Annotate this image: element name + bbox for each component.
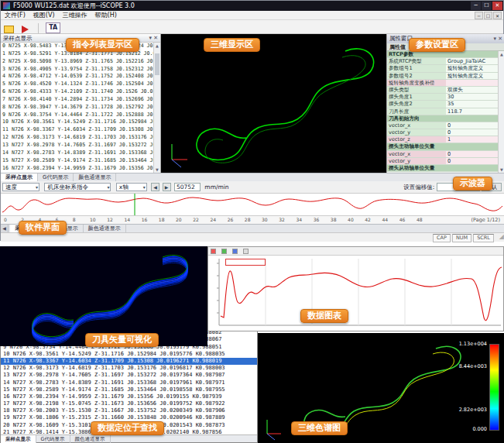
property-value[interactable]: Group_JiaTaiAC [446, 58, 498, 64]
chart-tool-icon[interactable] [232, 249, 238, 254]
property-row[interactable]: RTCP参数 [387, 51, 498, 58]
ta-tool-button[interactable]: TA [46, 22, 60, 33]
minimize-button[interactable]: ─ [471, 2, 481, 10]
scroll-up-icon[interactable]: ▲ [499, 52, 504, 57]
scroll-thumb[interactable] [155, 53, 159, 75]
property-row[interactable]: vector_z1 [387, 136, 498, 143]
property-value[interactable]: 35 [446, 101, 498, 107]
open-file-icon[interactable] [4, 26, 14, 33]
data-row[interactable]: 17 N727 X-98.2198 Y-15.0745 Z-31.1673 J0… [1, 400, 257, 407]
data-row[interactable]: 16 N727 X-98.2394 Y-14.9959 Z-31.1679 J0… [1, 393, 257, 400]
property-value[interactable]: 旋转轴角度定义 [446, 73, 498, 79]
scroll-down-icon[interactable]: ▼ [154, 167, 160, 172]
view3d-viewport[interactable] [161, 34, 386, 173]
data-row[interactable]: 10 N726 X-98.3561 Y-14.5249 Z-31.1716 J0… [1, 351, 257, 358]
menu-item[interactable]: 帮助(H) [91, 11, 121, 20]
property-row[interactable]: vector_x0 [387, 122, 498, 129]
property-value[interactable]: 118.7 [446, 108, 498, 115]
sample-point-row[interactable]: 11 N726 X-98.3367 Y-14.6034 Z-31.1709 J0… [1, 126, 153, 134]
property-value[interactable]: 0 [446, 151, 498, 157]
panel-tab[interactable]: 采样点显示 [1, 435, 36, 443]
mdi-restore-button[interactable]: ☐ [484, 12, 492, 19]
panel-tab[interactable]: G代码显示 [36, 435, 70, 443]
chart-tool-icon[interactable] [211, 249, 216, 254]
page-prev-button[interactable]: ◀ [151, 183, 159, 191]
panel-tab[interactable]: 颜色通道显示 [70, 435, 111, 443]
property-row[interactable]: 摆头角度235 [387, 101, 498, 108]
property-value[interactable]: 0 [446, 122, 498, 129]
property-row[interactable]: 摆头主动轴单位矢量 [387, 143, 498, 150]
data-row[interactable]: 12 N726 X-98.3173 Y-14.6819 Z-31.1703 J0… [1, 365, 257, 372]
sample-point-row[interactable]: 4 N726 X-98.4712 Y-14.0539 Z-31.1752 J0.… [1, 73, 153, 81]
menu-item[interactable]: 三维操作 [59, 11, 91, 20]
mdi-minimize-button[interactable]: ─ [475, 12, 483, 19]
sample-point-row[interactable]: 3 N726 X-98.4905 Y-13.9754 Z-31.1758 J0.… [1, 66, 153, 74]
sample-point-row[interactable]: 2 N725 X-98.5098 Y-13.8969 Z-31.1765 J0.… [1, 58, 153, 66]
property-row[interactable]: 系统RTCP类型Group_JiaTaiAC [387, 58, 498, 65]
close-button[interactable]: ✕ [492, 2, 502, 10]
property-value[interactable]: 30 [446, 94, 498, 100]
sample-point-row[interactable]: 6 N726 X-98.4333 Y-14.2109 Z-31.1740 J0.… [1, 88, 153, 96]
data-row[interactable]: 18 N727 X-98.2003 Y-15.1530 Z-31.1667 J0… [1, 407, 257, 414]
play-icon[interactable] [22, 26, 29, 33]
chart-tool-icon[interactable] [243, 249, 249, 254]
sample-point-row[interactable]: 10 N726 X-98.3561 Y-14.5249 Z-31.1716 J0… [1, 118, 153, 126]
display-tabstrip-top: 采样点显示G代码显示颜色通道显示 [1, 173, 504, 181]
sample-point-row[interactable]: 13 N727 X-98.2978 Y-14.7605 Z-31.1697 J0… [1, 142, 153, 149]
sample-point-row[interactable]: 16 N727 X-98.2394 Y-14.9959 Z-31.1679 J0… [1, 165, 153, 173]
panel-tab[interactable]: 颜色通道显示 [84, 225, 126, 232]
sample-point-row[interactable]: 14 N727 X-98.2783 Y-14.8389 Z-31.1691 J0… [1, 149, 153, 157]
tab-scroll-left-icon[interactable]: ◀ [1, 225, 9, 232]
panel-tab[interactable]: 颜色通道显示 [74, 173, 116, 181]
data-row[interactable]: 13 N727 X-98.2978 Y-14.7605 Z-31.1697 J0… [1, 372, 257, 379]
sample-list-scrollbar[interactable]: ▲ ▼ [153, 43, 160, 173]
sample-point-row[interactable]: 8 N726 X-98.3947 Y-14.3679 Z-31.1728 J0.… [1, 104, 153, 112]
chart-tool-icon[interactable] [221, 249, 227, 254]
color-scale-label: 2.82e+003 [459, 407, 487, 413]
page-next-button[interactable]: ▶ [163, 183, 171, 191]
menu-item[interactable]: 文件(F) [1, 11, 29, 20]
maximize-button[interactable]: ☐ [482, 2, 492, 10]
property-row[interactable]: 刀具长度118.7 [387, 108, 498, 115]
property-value[interactable] [446, 80, 498, 86]
sample-point-row[interactable]: 12 N726 X-98.3173 Y-14.6819 Z-31.1703 J0… [1, 134, 153, 142]
scroll-up-icon[interactable]: ▲ [154, 43, 160, 48]
property-row[interactable]: 参数组号1旋转轴角度定义 [387, 65, 498, 72]
sample-point-row[interactable]: 5 N726 X-98.4520 Y-14.1324 Z-31.1746 J0.… [1, 81, 153, 88]
sample-point-row[interactable]: 9 N726 X-98.3754 Y-14.4464 Z-31.1722 J0.… [1, 112, 153, 119]
property-row[interactable]: 摆头角度130 [387, 94, 498, 101]
property-value[interactable]: 0 [446, 158, 498, 164]
axis-tick-label: 30 [262, 217, 279, 224]
property-value[interactable]: 1 [446, 136, 498, 143]
property-row[interactable]: 旋转轴角度变换补偿 [387, 80, 498, 87]
scroll-down-icon[interactable]: ▼ [499, 167, 504, 172]
property-row[interactable]: vector_x0 [387, 151, 498, 158]
resize-grip[interactable]: ◢ [499, 233, 504, 241]
tool-vector-viewport[interactable] [0, 246, 207, 346]
property-row[interactable]: 摆头从动轴单位矢量 [387, 165, 498, 172]
property-row[interactable]: vector_y0 [387, 158, 498, 165]
property-scrollbar[interactable]: ▲ ▼ [498, 51, 504, 173]
panel-tab[interactable]: 采样点显示 [1, 173, 38, 181]
channel-select[interactable]: 速度 [2, 183, 39, 191]
property-value[interactable]: 双摆头 [446, 87, 498, 93]
waveform-plot[interactable] [1, 193, 504, 216]
property-row[interactable]: 刀具初始方向 [387, 115, 498, 122]
property-panel-buttons[interactable]: ▾ ✕ [493, 34, 502, 43]
axis-select[interactable]: x轴 [116, 183, 147, 191]
sample-point-row[interactable]: 7 N726 X-98.4140 Y-14.2894 Z-31.1734 J0.… [1, 96, 153, 104]
coordinate-source-select[interactable]: 机床坐标系指令 [44, 183, 111, 191]
property-row[interactable]: 摆头类型双摆头 [387, 87, 498, 94]
property-row[interactable]: 参数组号2旋转轴角度定义 [387, 73, 498, 80]
panel-header-buttons[interactable]: ▾ ✕ [149, 34, 158, 43]
data-row[interactable]: 15 N727 X-98.2589 Y-14.9174 Z-31.1685 J0… [1, 386, 257, 393]
sample-point-row[interactable]: 15 N727 X-98.2589 Y-14.9174 Z-31.1685 J0… [1, 157, 153, 165]
data-row[interactable]: 14 N727 X-98.2783 Y-14.8389 Z-31.1691 J0… [1, 379, 257, 386]
panel-tab[interactable]: G代码显示 [38, 173, 74, 181]
property-value[interactable]: 0 [446, 129, 498, 136]
property-value[interactable]: 旋转轴角度定义 [446, 65, 498, 71]
menu-item[interactable]: 视图(V) [29, 11, 59, 20]
property-row[interactable]: vector_y0 [387, 129, 498, 136]
mdi-close-button[interactable]: ✕ [493, 12, 502, 19]
data-row[interactable]: 11 N726 X-98.3367 Y-14.6034 Z-31.1709 J0… [1, 358, 257, 365]
